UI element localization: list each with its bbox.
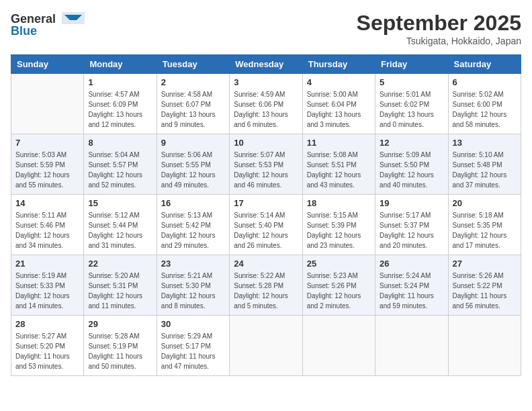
day-info: Sunrise: 5:09 AMSunset: 5:50 PMDaylight:…	[380, 150, 443, 190]
calendar-day-cell: 15Sunrise: 5:12 AMSunset: 5:44 PMDayligh…	[84, 195, 157, 255]
day-info: Sunrise: 5:18 AMSunset: 5:35 PMDaylight:…	[453, 210, 517, 250]
day-info: Sunrise: 5:17 AMSunset: 5:37 PMDaylight:…	[380, 210, 443, 250]
day-info: Sunrise: 5:11 AMSunset: 5:46 PMDaylight:…	[15, 210, 79, 250]
calendar-day-cell: 19Sunrise: 5:17 AMSunset: 5:37 PMDayligh…	[375, 195, 448, 255]
day-number: 14	[15, 198, 79, 208]
day-info: Sunrise: 5:24 AMSunset: 5:24 PMDaylight:…	[380, 271, 443, 311]
svg-text:General: General	[11, 12, 56, 26]
title-block: September 2025 Tsukigata, Hokkaido, Japa…	[357, 11, 521, 46]
calendar-week-row: 7Sunrise: 5:03 AMSunset: 5:59 PMDaylight…	[11, 134, 521, 195]
calendar-day-cell: 1Sunrise: 4:57 AMSunset: 6:09 PMDaylight…	[84, 74, 157, 134]
day-info: Sunrise: 4:57 AMSunset: 6:09 PMDaylight:…	[88, 89, 152, 130]
day-number: 9	[161, 138, 225, 148]
day-info: Sunrise: 5:26 AMSunset: 5:22 PMDaylight:…	[453, 271, 517, 311]
calendar-week-row: 14Sunrise: 5:11 AMSunset: 5:46 PMDayligh…	[11, 195, 521, 255]
calendar-day-cell: 14Sunrise: 5:11 AMSunset: 5:46 PMDayligh…	[11, 195, 84, 255]
calendar-day-cell: 16Sunrise: 5:13 AMSunset: 5:42 PMDayligh…	[157, 195, 229, 255]
day-number: 30	[161, 319, 225, 329]
day-info: Sunrise: 5:22 AMSunset: 5:28 PMDaylight:…	[234, 271, 298, 311]
calendar-day-cell	[230, 316, 302, 376]
calendar-day-cell: 27Sunrise: 5:26 AMSunset: 5:22 PMDayligh…	[448, 255, 521, 316]
calendar-day-cell: 28Sunrise: 5:27 AMSunset: 5:20 PMDayligh…	[11, 316, 84, 376]
day-number: 23	[161, 259, 225, 269]
day-number: 3	[234, 77, 298, 87]
svg-text:Blue: Blue	[11, 24, 37, 38]
day-number: 4	[307, 77, 371, 87]
calendar-day-cell: 11Sunrise: 5:08 AMSunset: 5:51 PMDayligh…	[302, 134, 375, 195]
calendar-day-cell: 25Sunrise: 5:23 AMSunset: 5:26 PMDayligh…	[302, 255, 375, 316]
location-title: Tsukigata, Hokkaido, Japan	[357, 36, 521, 46]
day-number: 11	[307, 138, 371, 148]
day-info: Sunrise: 5:13 AMSunset: 5:42 PMDaylight:…	[161, 210, 225, 250]
day-number: 13	[453, 138, 517, 148]
day-number: 22	[88, 259, 152, 269]
calendar-day-cell: 6Sunrise: 5:02 AMSunset: 6:00 PMDaylight…	[448, 74, 521, 134]
day-info: Sunrise: 5:23 AMSunset: 5:26 PMDaylight:…	[307, 271, 371, 311]
day-info: Sunrise: 5:02 AMSunset: 6:00 PMDaylight:…	[453, 89, 517, 130]
weekday-header-thursday: Thursday	[302, 55, 375, 74]
day-info: Sunrise: 5:03 AMSunset: 5:59 PMDaylight:…	[15, 150, 79, 190]
calendar-day-cell: 2Sunrise: 4:58 AMSunset: 6:07 PMDaylight…	[157, 74, 229, 134]
calendar-day-cell: 18Sunrise: 5:15 AMSunset: 5:39 PMDayligh…	[302, 195, 375, 255]
day-info: Sunrise: 5:01 AMSunset: 6:02 PMDaylight:…	[380, 89, 443, 130]
day-number: 19	[380, 198, 443, 208]
day-info: Sunrise: 4:58 AMSunset: 6:07 PMDaylight:…	[161, 89, 225, 130]
calendar-day-cell: 13Sunrise: 5:10 AMSunset: 5:48 PMDayligh…	[448, 134, 521, 195]
calendar-day-cell	[11, 74, 84, 134]
day-number: 5	[380, 77, 443, 87]
weekday-header-friday: Friday	[375, 55, 448, 74]
day-number: 17	[234, 198, 298, 208]
logo-svg: General Blue	[11, 11, 85, 39]
day-number: 15	[88, 198, 152, 208]
calendar-week-row: 28Sunrise: 5:27 AMSunset: 5:20 PMDayligh…	[11, 316, 521, 376]
day-info: Sunrise: 5:06 AMSunset: 5:55 PMDaylight:…	[161, 150, 225, 190]
weekday-header-wednesday: Wednesday	[230, 55, 302, 74]
day-number: 1	[88, 77, 152, 87]
day-info: Sunrise: 5:07 AMSunset: 5:53 PMDaylight:…	[234, 150, 298, 190]
calendar-day-cell: 3Sunrise: 4:59 AMSunset: 6:06 PMDaylight…	[230, 74, 302, 134]
day-number: 25	[307, 259, 371, 269]
weekday-header-sunday: Sunday	[11, 55, 84, 74]
day-info: Sunrise: 5:14 AMSunset: 5:40 PMDaylight:…	[234, 210, 298, 250]
day-number: 7	[15, 138, 79, 148]
day-info: Sunrise: 5:20 AMSunset: 5:31 PMDaylight:…	[88, 271, 152, 311]
calendar-day-cell	[302, 316, 375, 376]
calendar-day-cell: 30Sunrise: 5:29 AMSunset: 5:17 PMDayligh…	[157, 316, 229, 376]
day-info: Sunrise: 5:19 AMSunset: 5:33 PMDaylight:…	[15, 271, 79, 311]
calendar-day-cell: 22Sunrise: 5:20 AMSunset: 5:31 PMDayligh…	[84, 255, 157, 316]
day-info: Sunrise: 5:00 AMSunset: 6:04 PMDaylight:…	[307, 89, 371, 130]
day-info: Sunrise: 5:08 AMSunset: 5:51 PMDaylight:…	[307, 150, 371, 190]
day-info: Sunrise: 4:59 AMSunset: 6:06 PMDaylight:…	[234, 89, 298, 130]
calendar-day-cell: 17Sunrise: 5:14 AMSunset: 5:40 PMDayligh…	[230, 195, 302, 255]
day-info: Sunrise: 5:15 AMSunset: 5:39 PMDaylight:…	[307, 210, 371, 250]
day-number: 18	[307, 198, 371, 208]
day-number: 8	[88, 138, 152, 148]
day-number: 29	[88, 319, 152, 329]
day-number: 26	[380, 259, 443, 269]
day-number: 20	[453, 198, 517, 208]
calendar-day-cell: 20Sunrise: 5:18 AMSunset: 5:35 PMDayligh…	[448, 195, 521, 255]
day-number: 2	[161, 77, 225, 87]
calendar-day-cell: 8Sunrise: 5:04 AMSunset: 5:57 PMDaylight…	[84, 134, 157, 195]
calendar-day-cell	[375, 316, 448, 376]
day-number: 27	[453, 259, 517, 269]
calendar-week-row: 21Sunrise: 5:19 AMSunset: 5:33 PMDayligh…	[11, 255, 521, 316]
day-number: 10	[234, 138, 298, 148]
calendar-week-row: 1Sunrise: 4:57 AMSunset: 6:09 PMDaylight…	[11, 74, 521, 134]
day-info: Sunrise: 5:10 AMSunset: 5:48 PMDaylight:…	[453, 150, 517, 190]
day-info: Sunrise: 5:27 AMSunset: 5:20 PMDaylight:…	[15, 331, 79, 371]
day-number: 24	[234, 259, 298, 269]
calendar-day-cell: 12Sunrise: 5:09 AMSunset: 5:50 PMDayligh…	[375, 134, 448, 195]
calendar-day-cell: 10Sunrise: 5:07 AMSunset: 5:53 PMDayligh…	[230, 134, 302, 195]
month-title: September 2025	[357, 11, 521, 36]
day-info: Sunrise: 5:29 AMSunset: 5:17 PMDaylight:…	[161, 331, 225, 371]
day-number: 6	[453, 77, 517, 87]
calendar-day-cell	[448, 316, 521, 376]
day-number: 21	[15, 259, 79, 269]
day-number: 16	[161, 198, 225, 208]
day-info: Sunrise: 5:04 AMSunset: 5:57 PMDaylight:…	[88, 150, 152, 190]
calendar-day-cell: 7Sunrise: 5:03 AMSunset: 5:59 PMDaylight…	[11, 134, 84, 195]
weekday-header-monday: Monday	[84, 55, 157, 74]
calendar-day-cell: 24Sunrise: 5:22 AMSunset: 5:28 PMDayligh…	[230, 255, 302, 316]
day-number: 12	[380, 138, 443, 148]
